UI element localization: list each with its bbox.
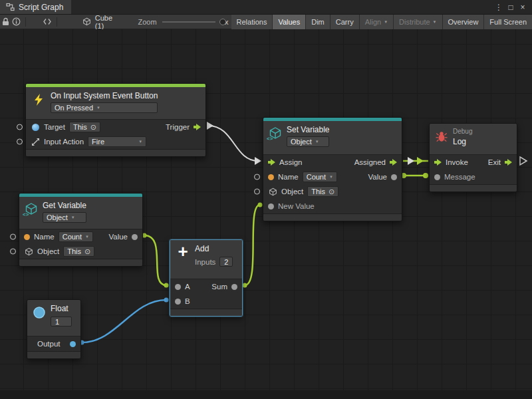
exit-label: Exit [488,158,501,166]
graph-target-label: Cube (1) [95,14,116,30]
sum-port[interactable] [231,284,237,290]
name-port-external[interactable] [254,174,260,180]
values-button[interactable]: Values [273,15,305,29]
inputs-count-field[interactable]: 2 [219,257,233,267]
b-port[interactable] [175,299,181,305]
window-controls: ⋮ □ × [493,0,532,14]
b-label: B [185,297,190,305]
graph-canvas[interactable]: On Input System Event Button On Pressed … [0,29,532,399]
target-port-external[interactable] [17,124,23,130]
node-get-variable[interactable]: <> Get Variable Object ▼ Name Count [19,193,143,267]
row-object: Object This ⊙ [19,244,142,259]
exit-port[interactable] [505,159,512,166]
node-body: Invoke Exit Message [430,154,517,184]
row-a: A Sum [170,279,242,294]
object-label: Object [37,247,59,255]
a-port[interactable] [175,284,181,290]
input-action-port-external[interactable] [17,139,23,145]
input-action-icon [31,137,40,146]
name-port[interactable] [24,234,30,240]
inputs-label: Inputs [195,258,215,266]
info-button[interactable] [11,15,21,29]
lock-button[interactable] [0,15,11,29]
float-value-field[interactable]: 1 [51,317,72,327]
object-this-chip[interactable]: This ⊙ [307,186,338,197]
node-header[interactable]: <> Set Variable Object ▼ [263,121,402,154]
node-body: Output [27,336,80,351]
node-header[interactable]: On Input System Event Button On Pressed … [26,87,205,119]
trigger-port[interactable] [194,124,201,130]
dim-button[interactable]: Dim [306,15,330,29]
carry-button[interactable]: Carry [331,15,359,29]
node-title: Log [453,137,472,146]
object-port-external[interactable] [10,249,16,255]
assign-label: Assign [279,158,303,166]
object-port-external[interactable] [254,189,260,195]
distribute-dropdown-button[interactable]: Distribute▼ [394,15,442,29]
input-action-dropdown[interactable]: Fire ▼ [88,136,146,147]
tab-script-graph[interactable]: Script Graph [0,0,71,14]
node-debug-log[interactable]: Debug Log Invoke Exit Message [429,123,517,192]
object-this-chip[interactable]: This ⊙ [63,246,94,257]
name-port-external[interactable] [10,234,16,240]
zoom-slider[interactable] [162,21,215,23]
zoom-slider-knob[interactable] [219,19,226,25]
node-add[interactable]: + Add Inputs 2 A Sum [170,239,243,317]
node-title: Float [51,304,72,313]
wire-endpoint [258,203,263,207]
chevron-down-icon: ▼ [384,20,388,24]
maximize-button[interactable]: □ [505,1,516,13]
output-port[interactable] [70,341,76,347]
target-icon: ⊙ [84,247,90,256]
toolbar-separator [57,17,57,27]
tab-bar: Script Graph ⋮ □ × [0,0,532,15]
align-dropdown-button[interactable]: Align▼ [360,15,393,29]
node-header[interactable]: <> Get Variable Object ▼ [19,197,142,229]
input-action-label: Input Action [44,138,84,146]
row-name: Name Count ▼ Value [263,170,402,184]
node-footer [19,259,142,266]
row-input-action: Input Action Fire ▼ [26,134,205,149]
new-value-label: New Value [278,202,315,210]
message-port[interactable] [434,174,440,180]
wire-sum-to-newvalue [245,205,260,285]
window-menu-button[interactable]: ⋮ [493,1,504,13]
assigned-port[interactable] [390,159,397,166]
chevron-down-icon: ▼ [85,235,89,239]
variable-scope-dropdown[interactable]: Object ▼ [287,136,329,147]
graph-target-button[interactable]: Cube (1) [78,14,120,30]
wire-arrow [255,157,261,165]
close-button[interactable]: × [517,1,528,13]
fullscreen-button[interactable]: Full Screen [484,15,532,29]
invoke-port[interactable] [434,159,442,166]
name-dropdown[interactable]: Count ▼ [303,172,337,182]
node-header[interactable]: Float 1 [27,300,80,336]
exit-continuation-arrow [520,157,527,165]
node-header[interactable]: + Add Inputs 2 [170,240,242,279]
node-set-variable[interactable]: <> Set Variable Object ▼ Assign Assigned [263,117,402,221]
name-port[interactable] [268,174,274,180]
chevron-down-icon: ▼ [315,140,319,144]
name-dropdown[interactable]: Count ▼ [59,231,93,242]
wire-arrow [408,157,414,165]
event-mode-dropdown[interactable]: On Pressed ▼ [51,102,158,113]
node-float[interactable]: Float 1 Output [27,299,81,359]
cube-icon [268,187,277,196]
value-out-port[interactable] [391,174,397,180]
bug-icon [435,130,448,143]
wire-trigger-to-assign [208,126,258,161]
collapse-chevrons-icon[interactable] [42,15,53,29]
node-header[interactable]: Debug Log [430,124,517,154]
invoke-label: Invoke [446,158,468,166]
target-this-chip[interactable]: This ⊙ [69,122,100,132]
target-icon: ⊙ [90,123,96,132]
variable-scope-dropdown[interactable]: Object ▼ [43,212,86,223]
a-label: A [185,283,190,291]
relations-button[interactable]: Relations [231,15,273,29]
value-out-port[interactable] [132,234,138,240]
node-on-input-event[interactable]: On Input System Event Button On Pressed … [25,83,206,157]
trigger-label: Trigger [166,123,190,131]
new-value-port[interactable] [268,203,274,209]
overview-button[interactable]: Overview [443,15,484,29]
assign-port[interactable] [268,159,275,166]
